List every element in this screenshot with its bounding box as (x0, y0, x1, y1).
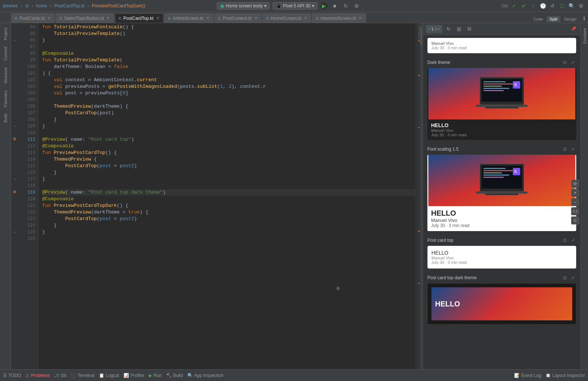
fold-109[interactable]: ⌄ (13, 122, 16, 129)
breadcrumb-jetnews[interactable]: jetnews (3, 3, 18, 8)
tab-postcards[interactable]: K PostCards.kt ✕ (11, 13, 55, 23)
layers-toggle-btn[interactable]: ⧉ (465, 25, 473, 33)
gutter-row-126 (11, 235, 18, 241)
device-dropdown[interactable]: ▣ Home screen body ▾ (217, 2, 270, 10)
android-icon[interactable]: ⬡ (558, 2, 566, 10)
gutter-row-101 (11, 69, 18, 76)
editor-scrollbar[interactable] (420, 23, 423, 369)
kt-icon-articlescreen: K (168, 16, 171, 21)
problems-item[interactable]: ⚠ Problems (25, 373, 50, 378)
post-card-top-card: HELLO Manuel Vivo July 30 · 3 min read (427, 246, 576, 269)
breadcrumb-home[interactable]: home (36, 3, 47, 8)
search-icon[interactable]: 🔍 (567, 2, 576, 10)
gutter-row-103 (11, 83, 18, 89)
design-mode-btn[interactable]: Design (561, 16, 580, 22)
gutter-row-109: ⌄ (11, 122, 18, 129)
font-scaling-expand-btn[interactable]: ⤢ (570, 146, 576, 152)
tab-articlescreen[interactable]: K ArticleScreen.kt ✕ (164, 13, 214, 23)
tab-selecttopic[interactable]: K SelectTopicButton.kt ✕ (55, 13, 114, 23)
sidebar-structure[interactable]: Structure (2, 64, 9, 87)
post-card-dark-expand-btn[interactable]: ⤢ (570, 274, 576, 281)
gutter-row-106 (11, 103, 18, 109)
logcat-item[interactable]: 📋 Logcat (99, 373, 119, 378)
preview-content[interactable]: Manuel Vivo July 30 · 3 min read Dark th… (423, 35, 581, 369)
api-dropdown[interactable]: 📱 Pixel 5 API 30 ▾ (273, 2, 318, 10)
preview-icon-119[interactable]: ⚙ (13, 190, 17, 194)
code-mode-btn[interactable]: Code (530, 16, 546, 22)
tab-articlescreen-close[interactable]: ✕ (206, 16, 209, 21)
font-scaling-save-btn[interactable]: ⊡ (562, 146, 568, 152)
git-check-icon[interactable]: ✓ (510, 2, 518, 10)
todo-item[interactable]: ☰ TODO (3, 373, 21, 378)
layout-inspector-item[interactable]: 🔲 Layout Inspector (545, 373, 585, 378)
sidebar-favorites[interactable]: Favorites (2, 87, 9, 110)
app-inspection-item[interactable]: 🔍 App Inspection (187, 373, 223, 378)
zoom-reset-btn[interactable]: ⊡ (571, 216, 579, 224)
dark-theme-expand-btn[interactable]: ⤢ (570, 59, 576, 66)
post-card-dark-save-btn[interactable]: ⊡ (562, 274, 568, 281)
svg-rect-5 (484, 86, 502, 87)
terminal-item[interactable]: ⬛ Terminal (71, 373, 94, 378)
history-icon[interactable]: ↺ (548, 2, 556, 10)
fold-125[interactable]: ⌄ (13, 228, 16, 235)
tab-interestsscreen[interactable]: K InterestsScreen.kt ✕ (312, 13, 366, 23)
tab-postcontent[interactable]: K PostContent.kt ✕ (214, 13, 262, 23)
profiler-label: Profiler (130, 373, 144, 378)
code-line-126 (42, 236, 415, 242)
split-mode-btn[interactable]: Split (546, 16, 560, 22)
preview-section-post-card-dark: Post card top dark theme ⊡ ⤢ HELLO (427, 274, 576, 324)
tab-interestsscreen-label: InterestsScreen.kt (320, 16, 356, 21)
zoom-fit-btn[interactable]: 1:1 (571, 207, 579, 215)
sidebar-build[interactable]: Build (2, 111, 9, 125)
event-log-item[interactable]: 📝 Event Log (514, 373, 541, 378)
build-options[interactable]: ⚙ (353, 2, 361, 10)
tab-homescreen-close[interactable]: ✕ (304, 16, 307, 21)
git-tick-icon[interactable]: ✔ (520, 2, 528, 10)
drag-handle-btn[interactable]: ✥ (571, 180, 579, 188)
run-item[interactable]: ▶ Run (149, 373, 162, 378)
build-item[interactable]: 🔨 Build (166, 373, 183, 378)
preview-icon-111[interactable]: ⚙ (13, 137, 17, 141)
profiler-item[interactable]: 📊 Profiler (123, 373, 144, 378)
run-button[interactable]: ▶ (320, 2, 328, 10)
font-scaling-card-author: Manuel Vivo (431, 218, 573, 223)
code-scrollbar[interactable] (415, 23, 420, 369)
tab-postcardtop-close[interactable]: ✕ (156, 16, 159, 21)
tab-postcontent-close[interactable]: ✕ (254, 16, 258, 21)
kt-icon-postcards: K (15, 16, 18, 21)
breadcrumb-ui[interactable]: ui (25, 3, 29, 8)
dark-theme-save-btn[interactable]: ⊡ (562, 59, 568, 66)
code-content[interactable]: fun TutorialPreviewFontscale() { Tutoria… (39, 23, 415, 369)
stop-button[interactable]: ■ (331, 2, 339, 10)
post-card-top-save-btn[interactable]: ⊡ (562, 237, 568, 244)
refresh-button[interactable]: ↻ (342, 2, 350, 10)
tab-selecttopic-close[interactable]: ✕ (107, 16, 110, 21)
breadcrumb-file[interactable]: PostCardTop.kt (54, 3, 85, 8)
tab-postcardtop[interactable]: K PostCardTop.kt ✕ (115, 13, 163, 23)
gutter-row-97 (11, 43, 18, 50)
tab-postcards-close[interactable]: ✕ (47, 16, 51, 21)
info-btn[interactable]: ℹ (580, 15, 588, 22)
tab-homescreen[interactable]: K HomeScreen.kt ✕ (262, 13, 311, 23)
sidebar-project[interactable]: Project (2, 25, 9, 43)
fold-117[interactable]: ⌄ (13, 175, 16, 182)
settings-icon[interactable]: ⚙ (577, 2, 585, 10)
main-area: Project Commit Structure Favorites Build… (0, 23, 588, 369)
git-push-icon[interactable]: ↑ (529, 2, 537, 10)
logcat-icon: 📋 (99, 373, 104, 378)
zoom-in-btn[interactable]: + (571, 189, 579, 197)
sidebar-commit[interactable]: Commit (2, 44, 9, 64)
code-line-95: TutorialPreviewTemplate() (42, 30, 415, 37)
git-item[interactable]: ⎇ Git (54, 373, 66, 378)
zoom-out-btn[interactable]: − (571, 198, 579, 206)
grid-toggle-btn[interactable]: ⊞ (455, 25, 463, 33)
code-line-99: fun TutorialPreviewTemplate( (42, 57, 415, 64)
fold-96[interactable]: ⌄ (13, 36, 16, 43)
refresh-preview-btn[interactable]: ↻ (445, 25, 453, 33)
post-card-top-expand-btn[interactable]: ⤢ (570, 237, 576, 244)
tab-interestsscreen-close[interactable]: ✕ (359, 16, 362, 21)
pin-preview-btn[interactable]: 📌 (570, 25, 578, 33)
font-scaling-card-title: HELLO (431, 209, 573, 218)
emulator-tab[interactable]: Emulator (581, 25, 588, 47)
clock-icon[interactable]: 🕐 (539, 2, 547, 10)
